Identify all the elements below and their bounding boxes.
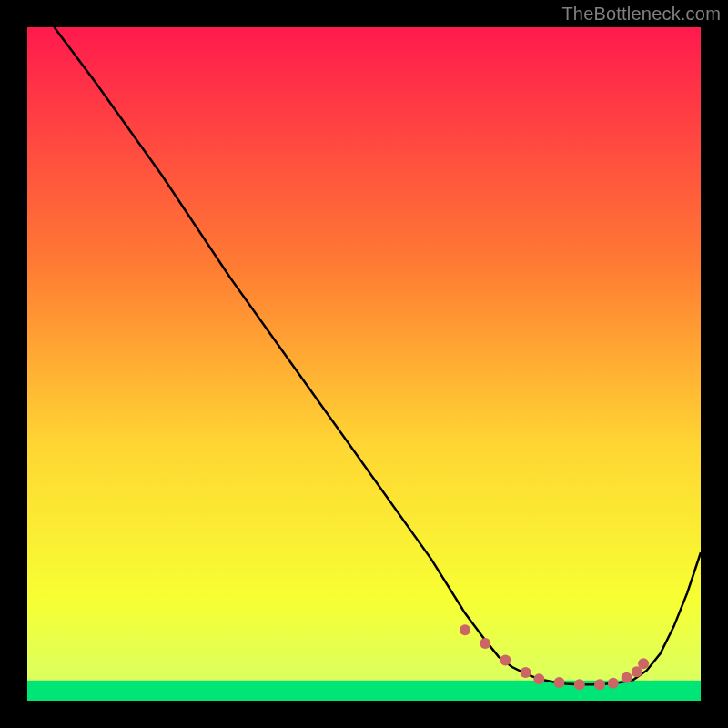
chart-svg [27, 27, 701, 701]
curve-marker [533, 673, 544, 684]
curve-marker [638, 658, 649, 669]
curve-marker [594, 679, 605, 690]
curve-marker [554, 677, 565, 688]
curve-marker [608, 678, 619, 689]
watermark-text: TheBottleneck.com [561, 4, 721, 25]
chart-frame [27, 27, 701, 701]
curve-marker [574, 679, 585, 690]
curve-marker [500, 655, 511, 666]
curve-marker [460, 624, 470, 635]
curve-marker [521, 667, 531, 678]
curve-marker [480, 638, 490, 649]
curve-marker [622, 672, 632, 683]
